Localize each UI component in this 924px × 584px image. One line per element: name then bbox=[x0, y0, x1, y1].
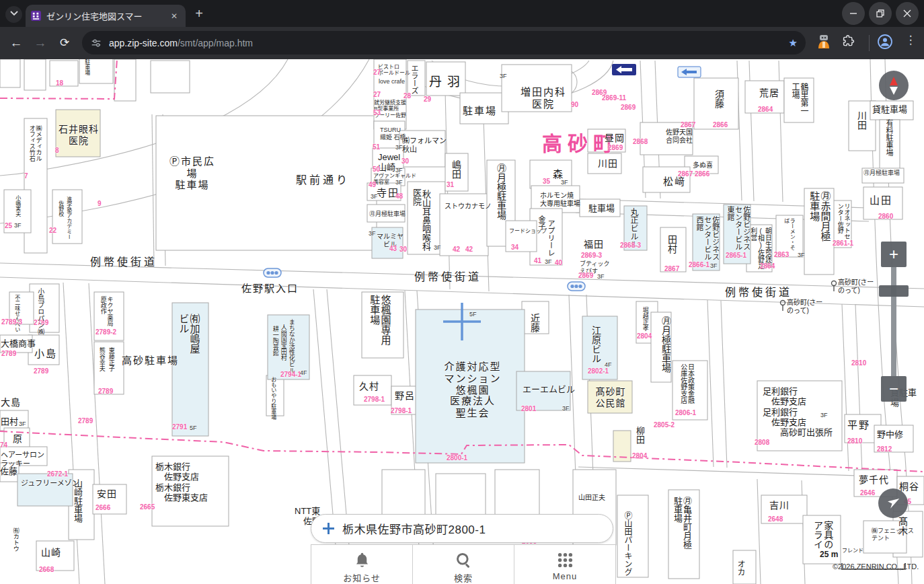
window-close-button[interactable] bbox=[896, 2, 919, 25]
parcel-number: 27 bbox=[373, 69, 381, 77]
parcel-number: 2805-2 bbox=[654, 421, 675, 429]
map-label: 佐野駅入口 bbox=[241, 283, 299, 295]
menu-button[interactable]: Menu bbox=[514, 545, 615, 584]
map-label: Ⓟ市民広場 駐車場 bbox=[164, 155, 221, 191]
parcel-number: 18 bbox=[56, 79, 63, 87]
map-label: 鶴里第一工場 bbox=[790, 83, 808, 119]
map-label: 川田 bbox=[598, 158, 618, 170]
compass-button[interactable] bbox=[879, 71, 909, 100]
map-label: ㈱メディカルオフィス竹石 bbox=[28, 125, 41, 164]
map-viewport[interactable]: 例幣使街道例幣使街道例幣使街道駅前通り佐野駅入口高砂町駐車場18石井眼科 医院8… bbox=[0, 0, 924, 584]
notifications-label: お知らせ bbox=[343, 571, 381, 584]
map-label: 堀越正孝 bbox=[642, 307, 648, 335]
map-label: Ⓟ山田パーキング bbox=[623, 511, 631, 579]
parcel-number: 2810 bbox=[847, 437, 862, 445]
parcel-number: 90 bbox=[571, 101, 578, 109]
map-label: 小島プロパン㈱ bbox=[36, 288, 44, 338]
map-label: 久村 bbox=[359, 381, 379, 392]
search-button[interactable]: 検索 bbox=[412, 545, 514, 584]
tab-search-button[interactable] bbox=[5, 6, 22, 23]
window-restore-button[interactable] bbox=[869, 2, 892, 25]
map-label: 東藤正子 bbox=[108, 347, 114, 375]
parcel-number: 30 bbox=[401, 157, 409, 166]
kebab-menu-icon[interactable]: ⋮ bbox=[904, 33, 917, 47]
my-location-button[interactable] bbox=[878, 488, 908, 518]
map-label: 駐車場 bbox=[588, 203, 615, 213]
parcel-number: 42 bbox=[465, 246, 473, 254]
parcel-number: 9 bbox=[98, 200, 102, 208]
map-label: 佐野校 bbox=[57, 200, 63, 219]
map-label: 4F bbox=[300, 369, 307, 377]
map-label: 山田正夫 bbox=[578, 494, 605, 502]
map-label: アプリーレ bbox=[546, 219, 554, 258]
map-label: 佐野ビジネスセンタービル西館 bbox=[695, 216, 719, 263]
zoom-in-button[interactable]: + bbox=[881, 242, 907, 267]
parcel-number: 31 bbox=[447, 181, 454, 189]
parcel-number: 2789-3 bbox=[1, 318, 22, 326]
map-label: ㊊赤間月極駐車場 bbox=[808, 191, 830, 248]
map-label: 3F bbox=[395, 179, 403, 186]
profile-avatar[interactable] bbox=[877, 34, 893, 52]
parcel-number: 34 bbox=[511, 244, 518, 252]
search-field[interactable]: 栃木県佐野市高砂町2800-1 bbox=[311, 514, 613, 543]
extensions-puzzle-icon[interactable] bbox=[842, 34, 856, 51]
map-label: ㊊月極駐車場 bbox=[369, 211, 406, 218]
url-path: /smt/app/map.htm bbox=[178, 38, 253, 48]
window-minimize-button[interactable] bbox=[842, 2, 865, 25]
forward-button[interactable]: → bbox=[30, 32, 51, 54]
extension-robot-icon[interactable] bbox=[816, 34, 831, 52]
map-label: ラーメン・そば bbox=[783, 218, 794, 250]
zoom-slider-handle[interactable] bbox=[879, 285, 909, 297]
map-label: 例幣使街道 bbox=[414, 271, 482, 284]
map-label: まちなか活性化ビル bbox=[288, 319, 295, 375]
map-label: 山崎 bbox=[41, 547, 61, 558]
new-tab-button[interactable]: + bbox=[191, 6, 207, 22]
browser-tab[interactable]: ゼンリン住宅地図スマー ✕ bbox=[26, 5, 186, 27]
bookmark-star-icon[interactable]: ★ bbox=[789, 37, 798, 49]
parcel-number: 2869-3 bbox=[581, 252, 602, 260]
parcel-number: 41 bbox=[534, 257, 541, 265]
map-label: 髙木 bbox=[897, 517, 907, 545]
zoom-out-button[interactable]: − bbox=[881, 376, 907, 402]
restore-icon bbox=[876, 9, 884, 17]
address-bar[interactable]: app.zip-site.com/smt/app/map.htm ★ bbox=[82, 31, 806, 54]
map-label: エラーズ bbox=[410, 65, 418, 96]
parcel-number: 2869 bbox=[621, 104, 636, 112]
map-label: 夢千代 bbox=[859, 474, 889, 486]
parcel-number: 2798-1 bbox=[364, 396, 385, 404]
parcel-number: 2866 bbox=[695, 170, 709, 178]
parcel-number: 2864 bbox=[758, 106, 773, 114]
map-label: 駅前通り bbox=[296, 174, 350, 187]
zoom-slider-track[interactable] bbox=[891, 267, 896, 376]
map-label: 川田 bbox=[856, 111, 866, 139]
map-label: 熊谷幸夫 bbox=[98, 347, 105, 375]
map-label: 有料駐車場 bbox=[884, 119, 892, 159]
notifications-button[interactable]: お知らせ bbox=[311, 545, 412, 584]
parcel-number: 7 bbox=[24, 172, 28, 180]
reload-button[interactable]: ⟳ bbox=[54, 32, 75, 54]
parcel-number: 2789-2 bbox=[95, 328, 116, 336]
one-way-arrow-icon bbox=[678, 67, 701, 77]
map-label: 3F bbox=[369, 230, 376, 238]
parcel-number: 2789 bbox=[1, 350, 16, 358]
map-label: 吉川 bbox=[769, 500, 790, 511]
map-label: love crafe bbox=[379, 78, 405, 85]
location-arrow-icon bbox=[886, 496, 900, 511]
grid-menu-icon bbox=[556, 551, 574, 569]
map-label: 日本政策金融公庫佐野支店 bbox=[679, 363, 694, 408]
parcel-number: 2789 bbox=[34, 367, 48, 375]
map-label: 人間国宝田村 bbox=[280, 324, 286, 363]
toolbar-separator bbox=[869, 35, 870, 51]
bottom-navigation: お知らせ 検索 Menu bbox=[311, 544, 616, 584]
parcel-number: 2666 bbox=[95, 504, 110, 512]
map-label: 昼岡 bbox=[605, 133, 625, 144]
map-label: ㈱フォルマン 秋山 bbox=[402, 137, 447, 154]
map-label: 例幣使街道 bbox=[90, 256, 157, 269]
parcel-number: 2869 bbox=[578, 272, 593, 280]
url-host: app.zip-site.com bbox=[109, 38, 178, 48]
parcel-number: 2868 bbox=[633, 138, 648, 146]
tab-close-icon[interactable]: ✕ bbox=[168, 10, 180, 22]
parcel-number: 8 bbox=[55, 147, 59, 155]
back-button[interactable]: ← bbox=[5, 32, 27, 54]
map-label: 介護対応型 マンション 悠楓園 bbox=[436, 361, 510, 396]
